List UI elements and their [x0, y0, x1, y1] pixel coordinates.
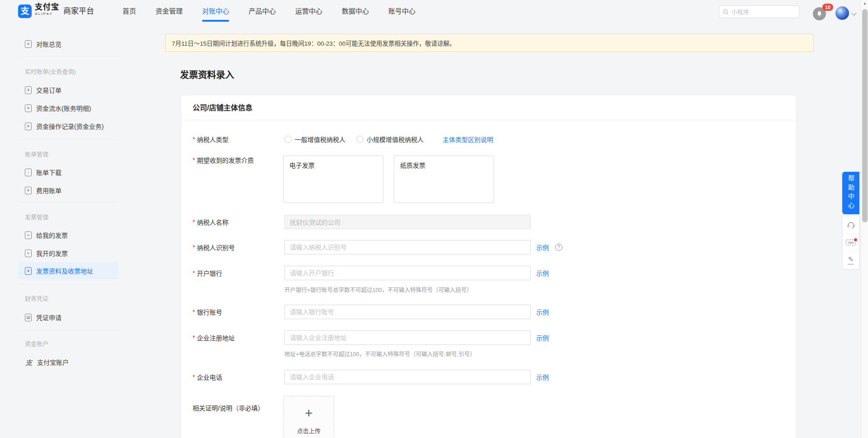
sidebar-divider	[18, 284, 118, 284]
field-label: * 纳税人类型	[193, 134, 228, 145]
sidebar-item-bill-download[interactable]: ↓ 账单下载	[25, 167, 61, 177]
taxpayer-id-example-link[interactable]: 示例	[536, 240, 549, 254]
active-nav-underline	[202, 20, 229, 22]
page: 支 支付宝 ALIPAY 商家平台 首页 资金管理 对账中心 产品中心 运营中心…	[0, 0, 868, 438]
red-dot	[854, 238, 857, 241]
sidebar-item-fee-bill[interactable]: ¥ 费用账单	[25, 185, 61, 195]
alipay-logo-char: 支	[20, 6, 29, 16]
chevron-down-icon[interactable]	[851, 10, 856, 15]
plus-icon: +	[284, 406, 334, 420]
required-mark: *	[193, 373, 195, 381]
sidebar-item-fund-flow[interactable]: ¥ 资金流水(账务明细)	[25, 103, 91, 113]
sidebar-item-fund-operations[interactable]: ¥ 资金操作记录(资金业务)	[25, 121, 104, 131]
nav-item-funds[interactable]: 资金管理	[156, 0, 183, 23]
bank-account-input[interactable]	[284, 305, 531, 319]
required-mark: *	[193, 156, 195, 164]
nav-item-data[interactable]: 数据中心	[342, 0, 369, 23]
field-label: * 期望收到的发票介质	[193, 155, 254, 165]
required-mark: *	[193, 308, 195, 316]
sidebar-divider	[18, 330, 118, 330]
sidebar-section-bill-management: 账单管理	[25, 150, 48, 158]
taxpayer-id-input[interactable]	[284, 240, 531, 254]
sidebar-divider	[18, 139, 118, 140]
upload-button[interactable]: + 点击上传	[283, 396, 334, 438]
sidebar-item-invoices-by-me[interactable]: ≡ 我开的发票	[25, 248, 68, 258]
nav-item-products[interactable]: 产品中心	[249, 0, 276, 23]
trade-orders-icon: ¥	[25, 86, 32, 94]
radio-small-scale-taxpayer[interactable]	[356, 136, 363, 143]
taxpayer-type-radio-group: 一般增值税纳税人 小规模增值税纳税人	[284, 134, 424, 145]
page-title: 发票资料录入	[180, 68, 234, 81]
search-input[interactable]	[731, 9, 795, 15]
sidebar-section-fund-account: 资金账户	[25, 339, 48, 348]
fee-bill-icon: ¥	[25, 187, 32, 194]
company-address-input[interactable]	[284, 330, 531, 345]
search-icon	[723, 9, 729, 15]
fund-operations-icon: ¥	[25, 122, 32, 130]
scrollbar-thumb[interactable]	[862, 9, 868, 222]
nav-item-reconciliation[interactable]: 对账中心	[202, 0, 229, 23]
sidebar-item-alipay-account[interactable]: 支 支付宝账户	[25, 357, 69, 367]
reconcile-overview-icon: ¥	[25, 40, 32, 48]
field-label: * 纳税人名称	[193, 215, 228, 229]
radio-label-small-scale[interactable]: 小规模增值税纳税人	[367, 135, 424, 144]
sidebar-item-invoices-to-me[interactable]: ≡ 给我的发票	[25, 230, 68, 240]
field-taxpayer-name: * 纳税人名称	[181, 215, 796, 229]
field-invoice-medium: * 期望收到的发票介质 电子发票 纸质发票	[181, 155, 796, 203]
pencil-icon: ✎	[848, 256, 854, 264]
field-label: * 银行账号	[193, 305, 222, 319]
bank-name-input[interactable]	[284, 266, 531, 280]
upload-label: 点击上传	[284, 426, 334, 435]
voucher-apply-icon: ▤	[25, 314, 32, 321]
radio-label-general[interactable]: 一般增值税纳税人	[295, 135, 345, 144]
sidebar-section-financial-voucher: 财务凭证	[25, 294, 48, 302]
sidebar-item-voucher-apply[interactable]: ▤ 凭证申请	[25, 312, 61, 322]
customer-service-button[interactable]	[843, 216, 859, 234]
feedback-button[interactable]: ✎	[843, 251, 859, 269]
required-mark: *	[193, 218, 195, 226]
alipay-logo-cn: 支付宝	[35, 3, 59, 11]
nav-item-home[interactable]: 首页	[123, 0, 136, 23]
company-phone-input[interactable]	[284, 370, 531, 384]
mini-program-search[interactable]	[719, 5, 799, 18]
nav-item-account[interactable]: 账号中心	[388, 0, 415, 23]
bell-icon	[816, 10, 823, 17]
bank-account-example-link[interactable]: 示例	[536, 305, 549, 319]
top-nav: 首页 资金管理 对账中心 产品中心 运营中心 数据中心 账号中心	[123, 0, 415, 23]
banner-text: 7月11日～15日期间计划进行系统升级，每日晚间19：00-23：00可能无法使…	[172, 38, 456, 47]
required-mark: *	[193, 136, 195, 143]
scrollbar-up-arrow[interactable]: ▲	[861, 1, 868, 5]
system-upgrade-banner: 7月11日～15日期间计划进行系统升级，每日晚间19：00-23：00可能无法使…	[165, 34, 814, 52]
field-label: * 开户银行	[193, 266, 222, 280]
field-company-phone: * 企业电话 示例	[181, 370, 796, 384]
whats-new-button[interactable]: new	[843, 234, 859, 251]
company-address-example-link[interactable]: 示例	[536, 330, 549, 345]
nav-item-operations[interactable]: 运营中心	[295, 0, 322, 23]
invoices-by-me-icon: ≡	[25, 250, 32, 257]
bank-name-hint: 开户银行+银行账号总字数不可超过100，不可输入特殊符号（可输入括号）	[284, 285, 472, 294]
alipay-logo-icon[interactable]: 支	[18, 5, 32, 18]
required-mark: *	[193, 334, 195, 341]
user-avatar[interactable]	[835, 6, 849, 20]
medium-option-electronic[interactable]: 电子发票	[283, 155, 383, 203]
new-badge-icon: new	[846, 240, 856, 245]
field-bank-name: * 开户银行 示例	[181, 266, 796, 280]
taxpayer-type-explain-link[interactable]: 主体类型区别说明	[443, 134, 493, 145]
sidebar-item-reconcile-overview[interactable]: ¥ 对账总览	[25, 39, 61, 49]
field-taxpayer-type: * 纳税人类型 一般增值税纳税人 小规模增值税纳税人 主体类型区别说明	[181, 134, 796, 145]
required-mark: *	[193, 244, 195, 251]
sidebar-item-invoice-info-address[interactable]: ¥ 发票资料及收票地址	[18, 262, 118, 279]
alipay-account-icon: 支	[25, 358, 33, 366]
platform-title: 商家平台	[63, 0, 94, 23]
help-question-icon[interactable]: ?	[555, 244, 562, 251]
required-mark: *	[193, 269, 195, 277]
company-phone-example-link[interactable]: 示例	[536, 370, 549, 384]
field-taxpayer-id: * 纳税人识别号 示例 ?	[181, 240, 796, 254]
sidebar-item-trade-orders[interactable]: ¥ 交易订单	[25, 85, 61, 95]
bank-name-example-link[interactable]: 示例	[536, 266, 549, 280]
sidebar-divider	[18, 203, 118, 203]
radio-general-taxpayer[interactable]	[284, 136, 292, 143]
help-center-tab[interactable]: 帮助中心	[842, 172, 859, 214]
medium-option-paper[interactable]: 纸质发票	[394, 155, 494, 203]
page-scrollbar[interactable]: ▲	[861, 0, 868, 438]
